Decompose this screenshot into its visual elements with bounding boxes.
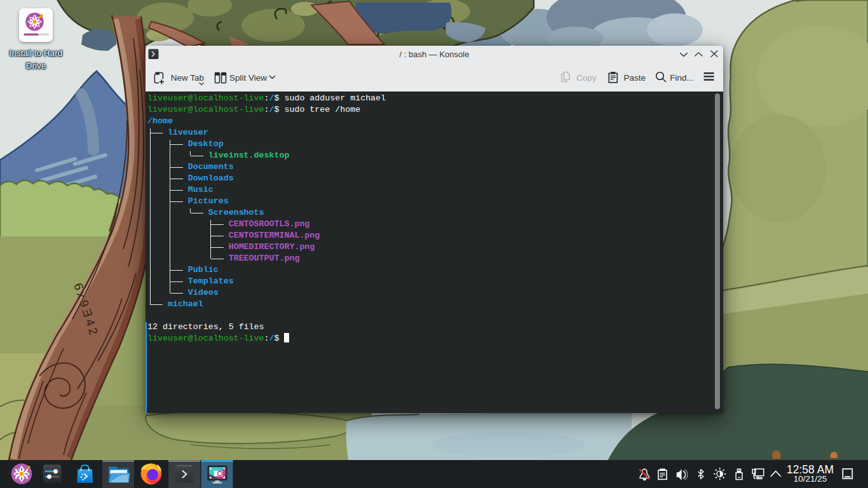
svg-text:Find...: Find... [670, 73, 694, 83]
svg-text:Copy: Copy [576, 73, 597, 83]
svg-text:Split View: Split View [229, 73, 267, 83]
svg-text:Paste: Paste [624, 73, 646, 83]
svg-text:New Tab: New Tab [171, 73, 204, 83]
